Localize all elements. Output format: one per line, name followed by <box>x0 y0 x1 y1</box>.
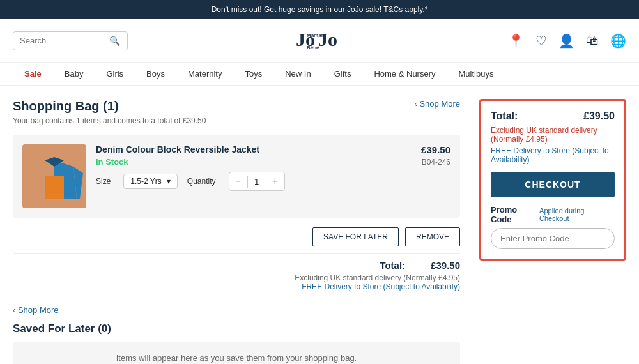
bottom-total-label: Total: <box>380 260 405 271</box>
banner-text: Don't miss out! Get huge savings in our … <box>212 5 428 14</box>
summary-free-delivery: FREE Delivery to Store (Subject to Avail… <box>491 146 615 164</box>
user-icon[interactable]: 👤 <box>558 33 574 49</box>
shop-more-top-link[interactable]: ‹ Shop More <box>414 99 460 109</box>
nav-item-baby[interactable]: Baby <box>53 63 95 85</box>
product-details: Denim Colour Block Reversible Jacket In … <box>96 144 412 191</box>
logo-svg: Jo Jo Maman Bébé <box>293 26 344 51</box>
qty-decrease-button[interactable]: − <box>229 172 247 190</box>
summary-total-row: Total: £39.50 <box>491 110 615 122</box>
nav-item-multibuys[interactable]: Multibuys <box>447 63 505 85</box>
top-banner: Don't miss out! Get huge savings in our … <box>0 0 639 19</box>
nav-item-home-nursery[interactable]: Home & Nursery <box>362 63 447 85</box>
location-icon[interactable]: 📍 <box>508 33 524 49</box>
size-label: Size <box>96 177 111 186</box>
svg-marker-6 <box>45 176 64 199</box>
search-bar[interactable]: 🔍 <box>13 31 128 50</box>
qty-increase-button[interactable]: + <box>266 172 284 190</box>
site-logo: Jo Jo Maman Bébé <box>293 26 344 56</box>
chevron-left-icon-bottom: ‹ <box>13 305 18 315</box>
bottom-totals: Total: £39.50 Excluding UK standard deli… <box>13 253 460 298</box>
main-content: Shopping Bag (1) Your bag contains 1 ite… <box>0 86 639 364</box>
promo-row: Promo Code Applied during Checkout <box>491 205 615 224</box>
right-column: Total: £39.50 Excluding UK standard deli… <box>479 99 626 364</box>
main-nav: Sale Baby Girls Boys Maternity Toys New … <box>0 63 639 86</box>
nav-item-new-in[interactable]: New In <box>273 63 322 85</box>
jacket-svg <box>26 148 83 205</box>
product-size-qty: Size 1.5-2 Yrs ▾ Quantity − 1 + <box>96 172 412 191</box>
svg-text:Bébé: Bébé <box>307 45 320 50</box>
qty-stepper: − 1 + <box>229 172 285 191</box>
search-icon[interactable]: 🔍 <box>109 36 120 46</box>
left-column: Shopping Bag (1) Your bag contains 1 ite… <box>13 99 460 364</box>
nav-item-sale[interactable]: Sale <box>13 63 53 85</box>
bottom-total-value: £39.50 <box>431 260 460 271</box>
qty-label: Quantity <box>187 177 216 186</box>
size-selector[interactable]: 1.5-2 Yrs ▾ <box>123 174 177 189</box>
bottom-free-delivery: FREE Delivery to Store (Subject to Avail… <box>13 282 460 291</box>
saved-for-later-title: Saved For Later (0) <box>13 322 460 335</box>
nav-item-maternity[interactable]: Maternity <box>176 63 233 85</box>
product-price-col: £39.50 B04-246 <box>421 144 450 167</box>
product-name: Denim Colour Block Reversible Jacket <box>96 144 412 155</box>
svg-text:Jo: Jo <box>318 29 337 50</box>
summary-total-label: Total: <box>491 110 518 122</box>
summary-total-value: £39.50 <box>583 110 615 122</box>
product-sku: B04-246 <box>421 158 450 167</box>
svg-text:Maman: Maman <box>307 33 325 38</box>
product-actions: SAVE FOR LATER REMOVE <box>13 227 460 246</box>
bottom-delivery-note: Excluding UK standard delivery (Normally… <box>13 273 460 282</box>
nav-item-gifts[interactable]: Gifts <box>323 63 363 85</box>
size-value: 1.5-2 Yrs <box>130 177 161 186</box>
nav-item-boys[interactable]: Boys <box>135 63 176 85</box>
page-title: Shopping Bag (1) <box>13 99 206 114</box>
heart-icon[interactable]: ♡ <box>535 33 547 49</box>
save-for-later-button[interactable]: SAVE FOR LATER <box>312 227 399 246</box>
order-summary: Total: £39.50 Excluding UK standard deli… <box>479 99 626 261</box>
bag-subtitle: Your bag contains 1 items and comes to a… <box>13 116 206 125</box>
promo-label: Promo Code <box>491 205 539 224</box>
product-price: £39.50 <box>421 144 450 155</box>
chevron-down-icon: ▾ <box>167 177 171 186</box>
nav-item-girls[interactable]: Girls <box>95 63 135 85</box>
product-stock: In Stock <box>96 157 412 167</box>
header-icons: 📍 ♡ 👤 🛍 🌐 <box>508 33 626 49</box>
product-card: Denim Colour Block Reversible Jacket In … <box>13 135 460 218</box>
saved-empty-message: Items will appear here as you save them … <box>13 342 460 364</box>
promo-code-input[interactable] <box>491 228 615 249</box>
flag-icon[interactable]: 🌐 <box>610 33 626 49</box>
checkout-button[interactable]: CHECKOUT <box>491 172 615 197</box>
remove-button[interactable]: REMOVE <box>405 227 460 246</box>
search-input[interactable] <box>20 36 109 45</box>
nav-item-toys[interactable]: Toys <box>233 63 273 85</box>
summary-delivery: Excluding UK standard delivery (Normally… <box>491 126 615 144</box>
header: 🔍 Jo Jo Maman Bébé 📍 ♡ 👤 🛍 🌐 <box>0 19 639 63</box>
product-image <box>22 144 86 208</box>
promo-hint: Applied during Checkout <box>539 207 615 222</box>
shop-more-bottom-link[interactable]: ‹ Shop More <box>13 305 460 315</box>
bag-icon[interactable]: 🛍 <box>586 33 599 48</box>
qty-value: 1 <box>247 176 266 188</box>
